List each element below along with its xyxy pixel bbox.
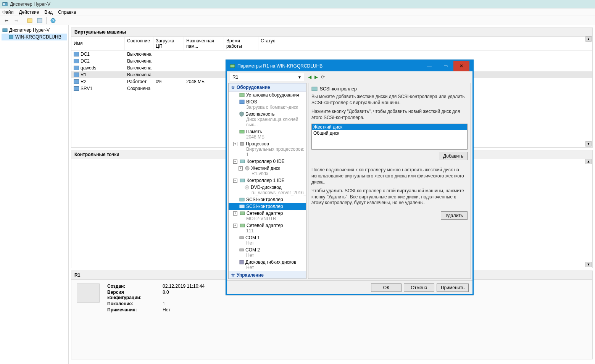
tree-bios[interactable]: BIOSЗагрузка с Компакт-диск	[229, 98, 306, 111]
tree-nic2[interactable]: +Сетевой адаптер111	[229, 222, 306, 234]
tree-scsi2[interactable]: SCSI-контроллер	[229, 203, 306, 210]
vm-name: R1	[81, 72, 86, 77]
collapse-icon: ☆	[231, 272, 235, 278]
help-icon[interactable]: ?	[49, 17, 57, 24]
disk-type-list[interactable]: Жесткий диск Общий диск	[311, 124, 468, 150]
explore-icon[interactable]	[26, 17, 34, 24]
remove-button[interactable]: Удалить	[441, 211, 468, 220]
vm-row[interactable]: DC1Выключена	[71, 51, 592, 58]
expand-icon[interactable]: +	[233, 142, 237, 146]
collapse-icon: ☆	[231, 85, 235, 90]
vm-status	[258, 51, 592, 58]
svg-rect-7	[9, 35, 13, 39]
expand-icon[interactable]: +	[233, 224, 237, 228]
tree-com1[interactable]: COM 1Нет	[229, 234, 306, 246]
vm-state: Выключена	[125, 71, 153, 78]
next-icon[interactable]: ▶	[314, 74, 318, 80]
main-titlebar: Диспетчер Hyper-V	[0, 0, 595, 8]
maximize-button[interactable]: ▭	[437, 61, 453, 71]
right-para-2: Нажмите кнопку "Добавить", чтобы добавит…	[311, 109, 468, 121]
cancel-button[interactable]: Отмена	[404, 283, 434, 292]
apply-button[interactable]: Применить	[437, 283, 469, 292]
col-cpu[interactable]: Загрузка ЦП	[153, 37, 184, 50]
tree-security[interactable]: БезопасностьДиск хранилища ключей вык...	[229, 111, 306, 128]
properties-icon[interactable]	[35, 17, 44, 24]
hardware-section[interactable]: ☆ Оборудование	[229, 83, 306, 92]
scsi-icon	[311, 86, 318, 92]
menu-help[interactable]: Справка	[58, 10, 76, 15]
tree-floppy[interactable]: Дисковод гибких дисковНет	[229, 259, 306, 271]
svg-point-17	[247, 187, 248, 188]
tree-cpu[interactable]: +ПроцессорВиртуальных процессоров: 1	[229, 140, 306, 158]
nav-root[interactable]: Диспетчер Hyper-V	[2, 27, 67, 34]
tree-dvd[interactable]: DVD-дисководru_windows_server_2016_...	[229, 184, 306, 196]
expand-icon[interactable]: +	[233, 211, 237, 216]
menu-action[interactable]: Действие	[19, 10, 39, 15]
right-para-1: Вы можете добавить жесткие диски для SCS…	[311, 94, 468, 106]
menu-view[interactable]: Вид	[44, 10, 53, 15]
disk-type-shared[interactable]: Общий диск	[312, 130, 467, 136]
scroll-up-icon[interactable]: ▲	[585, 159, 592, 164]
vm-icon	[74, 86, 79, 91]
tree-ide1[interactable]: −Контроллер 1 IDE	[229, 177, 306, 184]
svg-point-14	[245, 166, 249, 170]
ok-button[interactable]: ОК	[371, 283, 402, 292]
disk-type-hard[interactable]: Жесткий диск	[312, 124, 467, 130]
vm-cpu	[153, 64, 184, 71]
svg-rect-9	[240, 93, 244, 97]
vm-select[interactable]: R1 ▼	[230, 73, 304, 81]
col-status[interactable]: Статус	[258, 37, 592, 50]
col-name[interactable]: Имя	[71, 37, 125, 50]
prev-icon[interactable]: ◀	[308, 74, 311, 80]
svg-rect-21	[240, 224, 245, 227]
back-icon[interactable]: ⬅	[2, 17, 11, 24]
svg-rect-28	[312, 87, 317, 91]
scroll-down-icon[interactable]: ▼	[585, 141, 592, 147]
add-button[interactable]: Добавить	[439, 152, 468, 160]
vm-cpu	[153, 58, 184, 64]
expand-icon[interactable]: +	[239, 166, 243, 171]
close-button[interactable]: ✕	[453, 61, 469, 71]
tree-scsi1[interactable]: SCSI-контроллер	[229, 196, 306, 203]
vm-name: DC1	[81, 52, 90, 57]
created-value: 02.12.2019 11:10:44	[163, 283, 205, 289]
nav-host[interactable]: WIN-KRGQRCDLUHB	[2, 34, 67, 40]
svg-rect-23	[240, 249, 243, 251]
chevron-down-icon: ▼	[298, 75, 302, 79]
collapse-icon[interactable]: −	[233, 179, 237, 183]
tree-nic1[interactable]: +Сетевой адаптерMOI-2-VNUTR	[229, 210, 306, 222]
vm-mem	[184, 64, 224, 71]
col-mem[interactable]: Назначенная пам...	[184, 37, 224, 50]
vm-state: Выключена	[125, 64, 153, 71]
svg-rect-20	[240, 212, 245, 215]
vm-state: Выключена	[125, 51, 153, 58]
tree-memory[interactable]: Память2048 МБ	[229, 128, 306, 140]
vm-cpu: 0%	[153, 78, 184, 85]
menu-file[interactable]: Файл	[2, 10, 14, 15]
management-section[interactable]: ☆ Управление	[229, 271, 306, 279]
tree-com2[interactable]: COM 2Нет	[229, 246, 306, 259]
tree-add-hardware[interactable]: Установка оборудования	[229, 92, 306, 98]
created-label: Создан:	[107, 283, 155, 289]
hyperv-icon	[2, 2, 8, 7]
nic-icon	[240, 211, 245, 215]
scroll-down-icon[interactable]: ▼	[585, 262, 592, 267]
vm-state: Сохранена	[125, 85, 153, 92]
forward-icon[interactable]: ➡	[12, 17, 21, 24]
svg-rect-19	[240, 205, 244, 208]
menubar: Файл Действие Вид Справка	[0, 8, 595, 16]
col-time[interactable]: Время работы	[224, 37, 258, 50]
notes-value: Нет	[163, 307, 170, 312]
vm-select-value: R1	[232, 74, 238, 80]
collapse-icon[interactable]: −	[233, 159, 237, 164]
disk-icon	[245, 166, 250, 171]
tree-hdd[interactable]: +Жесткий дискR1.vhdx	[229, 165, 306, 177]
refresh-icon[interactable]: ⟳	[321, 74, 325, 80]
scroll-up-icon[interactable]: ▲	[585, 36, 592, 42]
svg-rect-13	[240, 160, 245, 163]
svg-rect-8	[230, 64, 235, 68]
settings-icon	[230, 63, 235, 69]
tree-ide0[interactable]: −Контроллер 0 IDE	[229, 158, 306, 165]
col-state[interactable]: Состояние	[125, 37, 153, 50]
minimize-button[interactable]: —	[421, 61, 437, 71]
